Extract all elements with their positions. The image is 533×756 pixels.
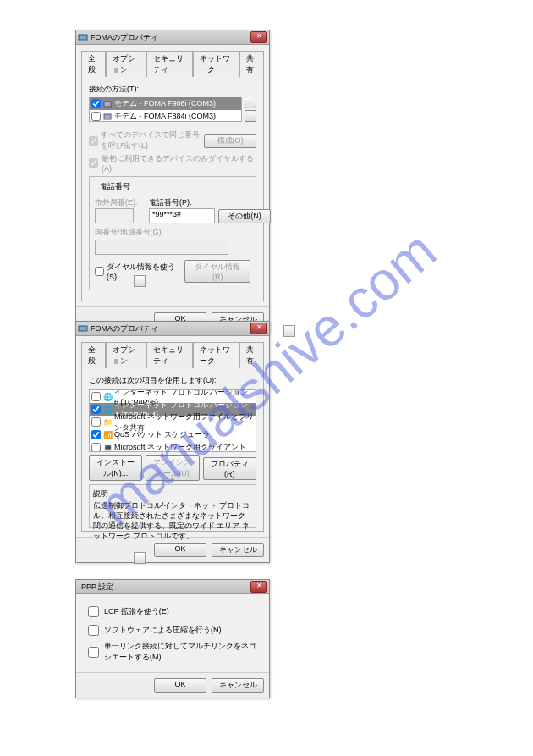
service-icon: 📶: [103, 431, 112, 439]
phone-number-field[interactable]: *99***3#: [149, 208, 215, 223]
tabs: 全般 オプション セキュリティ ネットワーク 共有: [81, 50, 264, 76]
area-code-label: 市外局番(E):: [95, 197, 146, 208]
svg-rect-3: [79, 326, 87, 331]
net-checkbox-fileshare[interactable]: [91, 417, 101, 427]
tab-options[interactable]: オプション: [106, 342, 146, 368]
close-icon[interactable]: ✕: [250, 31, 267, 43]
svg-rect-1: [104, 102, 111, 107]
uses-label: この接続は次の項目を使用します(O):: [89, 375, 256, 386]
tab-options[interactable]: オプション: [106, 51, 146, 77]
phone-number-label: 電話番号(P):: [149, 197, 215, 208]
dial-info-button: ダイヤル情報(R): [184, 260, 250, 283]
dialog-properties-network: FOMAのプロパティ ✕ 全般 オプション セキュリティ ネットワーク 共有 こ…: [75, 321, 270, 563]
all-devices-checkbox: [89, 136, 98, 146]
step-marker-icon: [134, 275, 146, 287]
other-button[interactable]: その他(N): [218, 209, 271, 223]
modem-listbox[interactable]: モデム - FOMA F906i (COM3) モデム - FOMA F884i…: [89, 97, 242, 122]
ok-button[interactable]: OK: [154, 543, 206, 557]
cancel-button[interactable]: キャンセル: [212, 543, 264, 557]
ok-button[interactable]: OK: [154, 678, 206, 693]
net-checkbox-qos[interactable]: [91, 430, 101, 439]
dialog-buttons: OK キャンセル: [76, 672, 269, 698]
only-connected-label: 最初に利用できるデバイスのみダイヤルする(A): [102, 153, 256, 173]
tab-network[interactable]: ネットワーク: [193, 342, 239, 368]
close-icon[interactable]: ✕: [250, 581, 267, 593]
dialog-title: FOMAのプロパティ: [91, 32, 250, 43]
step-marker-icon: [283, 325, 295, 337]
country-code-label: 国番号/地域番号(G):: [95, 227, 163, 238]
lcp-checkbox[interactable]: [88, 606, 99, 617]
move-up-button: ↑: [245, 97, 257, 108]
description-text: 伝送制御プロトコル/インターネット プロトコル。相互接続されたさまざまなネットワ…: [93, 501, 252, 542]
modem-checkbox-1[interactable]: [91, 99, 101, 108]
tab-body-network: この接続は次の項目を使用します(O): 🌐 インターネット プロトコル バージョ…: [81, 367, 264, 532]
tab-sharing[interactable]: 共有: [239, 342, 264, 368]
lcp-label: LCP 拡張を使う(E): [104, 606, 169, 617]
net-item-client[interactable]: 💻 Microsoft ネットワーク用クライアント: [90, 441, 256, 452]
install-button[interactable]: インストール(N)...: [89, 455, 142, 481]
dialog-properties-general: FOMAのプロパティ ✕ 全般 オプション セキュリティ ネットワーク 共有 接…: [75, 30, 270, 333]
software-compression-checkbox[interactable]: [88, 625, 99, 636]
modem-checkbox-2[interactable]: [91, 112, 101, 121]
protocol-icon: 🌐: [103, 406, 112, 414]
modem-icon: [103, 100, 112, 108]
dialog-icon: [78, 32, 88, 42]
software-compression-label: ソフトウェアによる圧縮を行う(N): [104, 625, 222, 636]
properties-button[interactable]: プロパティ(R): [203, 457, 256, 480]
network-components-list[interactable]: 🌐 インターネット プロトコル バージョン 6 (TCP/IPv6) 🌐 インタ…: [89, 389, 256, 452]
phone-group: 電話番号 市外局番(E): 電話番号(P): *99***3# その他(N) 国…: [89, 176, 256, 290]
net-checkbox-client[interactable]: [91, 443, 101, 452]
svg-rect-2: [104, 114, 111, 119]
description-label: 説明: [93, 488, 252, 499]
multilink-label: 単一リンク接続に対してマルチリンクをネゴシエートする(M): [104, 641, 261, 663]
net-item-fileshare[interactable]: 📁 Microsoft ネットワーク用ファイルとプリンタ共有: [90, 416, 256, 428]
move-down-button: ↓: [245, 110, 257, 122]
titlebar: FOMAのプロパティ ✕: [76, 30, 269, 45]
use-dial-rules-checkbox[interactable]: [95, 267, 104, 276]
phone-group-label: 電話番号: [98, 181, 132, 192]
client-icon: 💻: [103, 444, 112, 452]
service-icon: 📁: [103, 418, 112, 427]
configure-button[interactable]: 構成(O): [204, 134, 256, 148]
multilink-checkbox[interactable]: [88, 647, 99, 658]
tabs: 全般 オプション セキュリティ ネットワーク 共有: [81, 341, 264, 367]
area-code-field: [95, 208, 134, 223]
step-marker-icon: [134, 552, 146, 564]
titlebar: PPP 設定 ✕: [76, 580, 269, 594]
net-checkbox-ipv6[interactable]: [91, 392, 101, 401]
uninstall-button: アンインストール(U): [146, 455, 199, 481]
tab-general[interactable]: 全般: [81, 342, 106, 368]
tab-body-general: 接続の方法(T): モデム - FOMA F906i (COM3) モデム - …: [81, 76, 264, 301]
net-label-client: Microsoft ネットワーク用クライアント: [114, 442, 246, 452]
modem-label-1: モデム - FOMA F906i (COM3): [114, 98, 216, 109]
net-label-qos: QoS パケット スケジューラ: [114, 429, 210, 440]
modem-row-2[interactable]: モデム - FOMA F884i (COM3): [90, 110, 241, 122]
tab-security[interactable]: セキュリティ: [146, 51, 193, 77]
net-checkbox-ipv4[interactable]: [91, 405, 101, 414]
titlebar: FOMAのプロパティ ✕: [76, 322, 269, 336]
modem-icon: [103, 113, 112, 121]
modem-label-2: モデム - FOMA F884i (COM3): [114, 111, 216, 122]
tab-general[interactable]: 全般: [81, 51, 106, 77]
cancel-button[interactable]: キャンセル: [212, 678, 264, 693]
dialog-ppp-settings: PPP 設定 ✕ LCP 拡張を使う(E) ソフトウェアによる圧縮を行う(N) …: [75, 579, 270, 698]
dialog-title: PPP 設定: [78, 582, 250, 593]
all-devices-label: すべてのデバイスで同じ番号を呼び出す(L): [101, 130, 201, 152]
modem-row-1[interactable]: モデム - FOMA F906i (COM3): [90, 97, 241, 110]
tab-sharing[interactable]: 共有: [239, 51, 264, 77]
tab-network[interactable]: ネットワーク: [193, 51, 239, 77]
description-box: 説明 伝送制御プロトコル/インターネット プロトコル。相互接続されたさまざまなネ…: [89, 484, 256, 528]
dialog-icon: [78, 323, 88, 334]
dialog-title: FOMAのプロパティ: [91, 323, 250, 334]
country-code-field: [95, 240, 228, 255]
ppp-body: LCP 拡張を使う(E) ソフトウェアによる圧縮を行う(N) 単一リンク接続に対…: [76, 594, 269, 672]
only-connected-checkbox: [89, 158, 98, 168]
close-icon[interactable]: ✕: [250, 323, 267, 334]
connect-method-label: 接続の方法(T):: [89, 84, 256, 95]
svg-rect-0: [79, 35, 87, 40]
tab-security[interactable]: セキュリティ: [146, 342, 193, 368]
protocol-icon: 🌐: [103, 393, 112, 401]
